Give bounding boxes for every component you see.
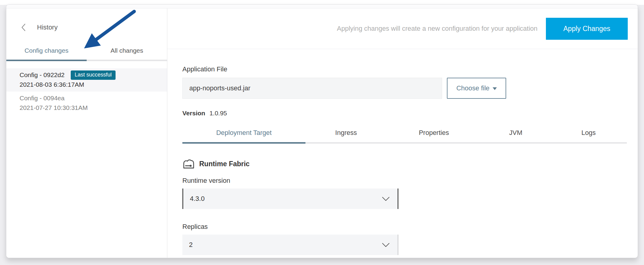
config-name: Config - 0094ea [20,95,64,101]
config-history-list: Config - 0922d2 Last successful 2021-08-… [6,68,167,115]
runtime-version-label: Runtime version [182,177,627,185]
config-timestamp: 2021-07-27 10:30:31AM [20,103,162,112]
caret-down-icon [493,87,497,90]
history-tabs: Config changes All changes [6,47,167,61]
panel-top-strip [6,5,638,8]
deployment-main-panel: Applying changes will create a new confi… [167,8,638,258]
application-file-label: Application File [182,65,627,73]
application-file-input[interactable]: app-noports-used.jar [182,78,442,99]
choose-file-button[interactable]: Choose file [447,78,506,99]
runtime-version-select[interactable]: 4.3.0 [182,189,398,209]
application-filename: app-noports-used.jar [189,84,250,92]
version-label: Version [182,110,205,117]
config-timestamp: 2021-08-03 6:36:17AM [20,80,162,89]
status-badge: Last successful [71,70,116,80]
apply-changes-button[interactable]: Apply Changes [546,18,628,40]
deployment-settings-panel: History Config changes All changes Confi… [6,4,638,258]
history-header: History [6,8,167,31]
choose-file-label: Choose file [456,84,489,92]
runtime-version-value: 4.3.0 [190,195,382,203]
tab-all-changes[interactable]: All changes [87,47,167,61]
replicas-value: 2 [189,241,382,249]
history-title: History [37,23,57,31]
apply-changes-message: Applying changes will create a new confi… [337,25,538,33]
back-chevron-icon[interactable] [20,23,27,31]
deployment-target-heading: Runtime Fabric [182,158,627,170]
list-item-config-0094ea[interactable]: Config - 0094ea 2021-07-27 10:30:31AM [6,92,167,115]
deployment-target-name: Runtime Fabric [199,160,249,168]
chevron-down-icon [382,243,390,247]
chevron-down-icon [382,197,390,201]
list-item-config-0922d2[interactable]: Config - 0922d2 Last successful 2021-08-… [6,68,167,92]
config-name: Config - 0922d2 [20,71,64,78]
history-sidebar: History Config changes All changes Confi… [6,8,167,258]
tab-properties[interactable]: Properties [387,129,481,144]
version-row: Version1.0.95 [182,110,627,117]
apply-changes-bar: Applying changes will create a new confi… [167,8,638,49]
tab-logs[interactable]: Logs [550,129,627,144]
tab-config-changes[interactable]: Config changes [6,47,87,61]
tab-deployment-target[interactable]: Deployment Target [182,129,305,144]
runtime-fabric-cloud-icon [182,158,195,170]
settings-tabs: Deployment Target Ingress Properties JVM… [182,129,627,144]
tab-jvm[interactable]: JVM [481,129,550,144]
tab-ingress[interactable]: Ingress [305,129,386,144]
version-value: 1.0.95 [209,110,227,117]
replicas-select[interactable]: 2 [182,235,398,255]
replicas-label: Replicas [182,223,627,231]
